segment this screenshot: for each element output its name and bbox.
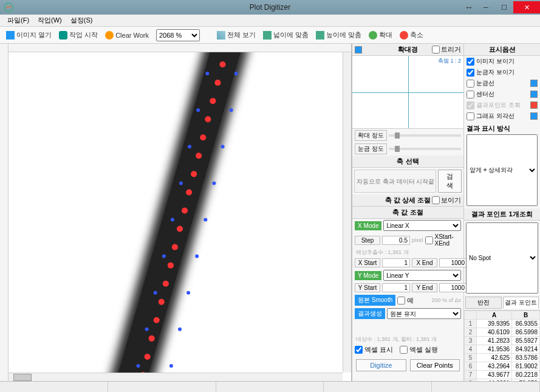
- menu-work[interactable]: 작업(W): [34, 15, 66, 26]
- centerline-color[interactable]: [530, 91, 538, 98]
- excel-show-checkbox[interactable]: [355, 346, 363, 354]
- ystart-label: Y Start: [355, 283, 380, 292]
- magnifier-view: 축뎀 1 : 2: [352, 56, 463, 129]
- zoom-out-button[interactable]: 축소: [397, 29, 426, 41]
- excel-run-checkbox[interactable]: [400, 346, 408, 354]
- table-row[interactable]: 139.939586.9355: [465, 320, 540, 328]
- outline-color[interactable]: [530, 112, 538, 120]
- tab-result-points[interactable]: 결과 포인트: [503, 297, 539, 309]
- xstartxend-checkbox[interactable]: [425, 236, 433, 244]
- est-count: 예상추출수 : 1,381 개: [352, 248, 463, 257]
- result-gen-button[interactable]: 결과생성: [355, 308, 385, 319]
- show-ruler-checkbox[interactable]: [467, 69, 474, 77]
- zoom-prec-label: 확대 정도: [355, 130, 387, 141]
- svg-point-6: [196, 153, 202, 159]
- digitize-button[interactable]: Digitize: [356, 359, 406, 371]
- result-color[interactable]: [530, 101, 538, 109]
- svg-point-26: [179, 181, 183, 185]
- svg-point-32: [154, 291, 157, 295]
- svg-point-4: [205, 116, 211, 122]
- h-scrollbar[interactable]: [9, 373, 343, 381]
- spot-select[interactable]: No Spot: [466, 222, 538, 294]
- menu-file[interactable]: 파일(F): [4, 15, 33, 26]
- fit-height-button[interactable]: 높이에 맞춤: [313, 29, 364, 41]
- clear-work-button[interactable]: Clear Work: [103, 30, 151, 41]
- axis-value-header: 축 값 조절: [352, 207, 463, 219]
- svg-point-15: [154, 317, 160, 323]
- title-bar: Plot Digitizer ↔ ─ ☐ ✕: [0, 0, 540, 15]
- maximize-button[interactable]: ☐: [495, 1, 513, 13]
- toolbar: 이미지 열기 작업 시작 Clear Work 2068 % 전체 보기 넓이에…: [0, 27, 540, 44]
- centerline-checkbox[interactable]: [467, 91, 474, 98]
- display-options-header: 표시옵션: [464, 44, 540, 56]
- xstart-input[interactable]: [382, 258, 410, 267]
- axis-detail-header: 축 값 상세 조절 보이기: [352, 194, 463, 207]
- smooth-button[interactable]: 원본 Smooth: [355, 295, 395, 306]
- xend-input[interactable]: [439, 258, 467, 267]
- axis-search-input[interactable]: [354, 170, 436, 193]
- outline-checkbox[interactable]: [467, 112, 474, 120]
- svg-point-13: [163, 281, 169, 287]
- ymode-button[interactable]: Y Mode: [355, 271, 381, 280]
- svg-point-23: [220, 145, 224, 148]
- table-row[interactable]: 341.282385.5927: [465, 337, 540, 345]
- tab-invert[interactable]: 반전: [465, 297, 502, 309]
- draw-checkbox[interactable]: [432, 46, 440, 53]
- result-display-mode-select[interactable]: 앞게 + 상세외각: [467, 134, 538, 206]
- result-mode-select[interactable]: 원본 유지: [387, 308, 461, 319]
- svg-point-27: [203, 218, 207, 222]
- grid-prec-slider[interactable]: [389, 148, 461, 150]
- table-row[interactable]: 240.610986.5998: [465, 328, 540, 337]
- svg-point-0: [4, 3, 13, 12]
- open-image-button[interactable]: 이미지 열기: [4, 29, 54, 41]
- ymode-select[interactable]: Linear Y: [383, 270, 461, 281]
- v-scrollbar[interactable]: [343, 52, 351, 373]
- zoom-in-button[interactable]: 확대: [366, 29, 395, 41]
- svg-point-17: [145, 354, 151, 360]
- zoom-select[interactable]: 2068 %: [156, 29, 200, 41]
- axis-search-button[interactable]: 검색: [438, 170, 462, 193]
- table-row[interactable]: 643.296481.9002: [465, 362, 540, 371]
- show-image-checkbox[interactable]: [467, 58, 474, 66]
- table-row[interactable]: 844.639178.879: [465, 379, 540, 381]
- fit-width-button[interactable]: 넓이에 맞춤: [261, 29, 311, 41]
- col-a-header: A: [477, 311, 512, 320]
- svg-point-35: [169, 364, 173, 368]
- close-button[interactable]: ✕: [513, 1, 540, 13]
- svg-point-31: [186, 291, 190, 295]
- status-bar: [0, 381, 540, 392]
- canvas-area[interactable]: [0, 44, 352, 381]
- table-row[interactable]: 542.62583.5786: [465, 354, 540, 362]
- ystart-input[interactable]: [382, 283, 410, 292]
- gridlines-color[interactable]: [530, 80, 538, 87]
- xmode-button[interactable]: X Mode: [355, 221, 381, 230]
- svg-point-22: [196, 108, 200, 112]
- gridlines-checkbox[interactable]: [467, 80, 474, 88]
- magnifier-ratio: 축뎀 1 : 2: [438, 57, 461, 65]
- clear-points-button[interactable]: Clear Points: [410, 359, 460, 371]
- menu-settings[interactable]: 설정(S): [67, 15, 97, 26]
- step-input[interactable]: [382, 236, 410, 245]
- view-full-button[interactable]: 전체 보기: [214, 29, 258, 41]
- table-row[interactable]: 743.967780.2218: [465, 371, 540, 379]
- mag-color-icon: [355, 46, 362, 53]
- axis-show-checkbox[interactable]: [432, 196, 440, 204]
- start-work-button[interactable]: 작업 시작: [56, 29, 100, 41]
- smooth-checkbox[interactable]: [397, 297, 405, 304]
- axis-select-header: 축 선택: [352, 156, 463, 168]
- data-table[interactable]: AB 139.939586.9355240.610986.5998341.282…: [464, 310, 540, 381]
- svg-point-5: [200, 134, 206, 140]
- table-row[interactable]: 441.953684.9214: [465, 345, 540, 354]
- svg-point-29: [195, 255, 199, 258]
- svg-point-21: [230, 108, 233, 112]
- svg-point-9: [182, 207, 188, 213]
- minimize-button[interactable]: ─: [477, 1, 495, 13]
- col-b-header: B: [512, 311, 540, 320]
- svg-point-8: [186, 189, 192, 195]
- horizontal-ruler: [0, 44, 351, 52]
- svg-point-30: [162, 255, 166, 258]
- yend-input[interactable]: [439, 283, 467, 292]
- zoom-prec-slider[interactable]: [389, 134, 461, 137]
- plot-canvas[interactable]: [9, 52, 351, 381]
- xmode-select[interactable]: Linear X: [383, 220, 461, 231]
